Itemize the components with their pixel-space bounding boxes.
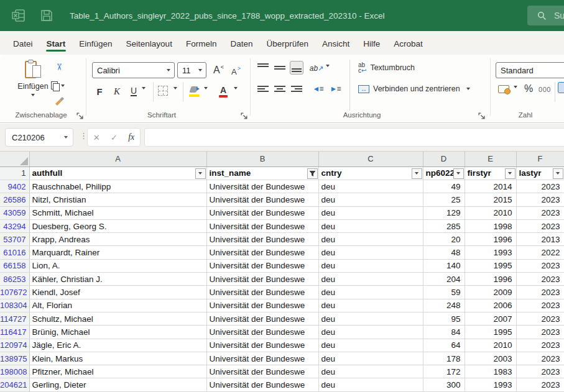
header-cell-cntry[interactable]: cntry [318, 166, 423, 180]
cell-np6022[interactable]: 300 [423, 378, 465, 391]
row-number[interactable]: 43059 [0, 206, 29, 219]
cell-lastyr[interactable]: 2023 [516, 193, 564, 206]
cell-authfull[interactable]: Klein, Markus [29, 352, 206, 365]
insert-function-button[interactable]: fx [128, 132, 134, 142]
row-number[interactable]: 120974 [0, 339, 29, 352]
cell-np6022[interactable]: 178 [423, 352, 465, 365]
cell-inst-name[interactable]: Universität der Bundeswe [206, 180, 318, 193]
header-cell-authfull[interactable]: authfull [29, 166, 206, 180]
cell-np6022[interactable]: 248 [423, 299, 465, 312]
cell-authfull[interactable]: Marquardt, Rainer [29, 246, 206, 259]
increase-decimal-button[interactable] [558, 82, 564, 93]
percent-style-button[interactable]: % [522, 82, 535, 96]
font-dialog-launcher[interactable] [240, 112, 248, 120]
tab-hilfe[interactable]: Hilfe [356, 34, 387, 53]
cell-np6022[interactable]: 49 [423, 180, 465, 193]
cell-lastyr[interactable]: 2023 [516, 259, 564, 272]
cell-lastyr[interactable]: 2023 [516, 312, 564, 325]
font-size-combo[interactable]: 11 [177, 62, 206, 78]
align-top-button[interactable] [256, 61, 270, 75]
cell-inst-name[interactable]: Universität der Bundeswe [206, 352, 318, 365]
cell-lastyr[interactable]: 2023 [516, 378, 564, 391]
column-header-b[interactable]: B [206, 152, 318, 166]
filter-dropdown-np6022[interactable] [453, 168, 464, 179]
cell-firstyr[interactable]: 1996 [465, 273, 516, 286]
cell-lastyr[interactable]: 2023 [516, 286, 564, 299]
cell-authfull[interactable]: Lion, A. [29, 259, 206, 272]
cell-lastyr[interactable]: 2022 [516, 246, 564, 259]
cell-authfull[interactable]: Rauschnabel, Philipp [29, 180, 206, 193]
cell-cntry[interactable]: deu [318, 206, 423, 219]
orientation-button[interactable]: ab↗ [309, 62, 324, 75]
header-cell-lastyr[interactable]: lastyr [516, 166, 564, 180]
cell-lastyr[interactable]: 2023 [516, 273, 564, 286]
column-header-d[interactable]: D [423, 152, 465, 166]
cell-np6022[interactable]: 95 [423, 312, 465, 325]
column-header-f[interactable]: F [516, 152, 564, 166]
cell-cntry[interactable]: deu [318, 259, 423, 272]
borders-button[interactable] [158, 86, 168, 96]
clipboard-dialog-launcher[interactable] [76, 112, 84, 120]
formula-input[interactable] [144, 128, 564, 147]
cell-cntry[interactable]: deu [318, 312, 423, 325]
row-number[interactable]: 107672 [0, 286, 29, 299]
enter-icon[interactable]: ✓ [111, 133, 118, 142]
number-format-combo[interactable]: Standard [496, 62, 564, 78]
cell-inst-name[interactable]: Universität der Bundeswe [206, 378, 318, 391]
cell-lastyr[interactable]: 2023 [516, 180, 564, 193]
cell-authfull[interactable]: Brünig, Michael [29, 326, 206, 339]
font-color-button[interactable]: A [219, 84, 228, 96]
cell-firstyr[interactable]: 1998 [465, 219, 516, 232]
borders-menu-chevron[interactable] [173, 87, 177, 89]
cell-firstyr[interactable]: 2015 [465, 193, 516, 206]
cell-firstyr[interactable]: 1995 [465, 326, 516, 339]
name-box[interactable]: C210206 [5, 128, 73, 147]
cancel-icon[interactable]: ✕ [93, 133, 100, 142]
decrease-font-size-button[interactable]: A˃ [228, 63, 244, 80]
format-painter-button[interactable] [52, 94, 66, 107]
row-number[interactable]: 86253 [0, 273, 29, 286]
cell-firstyr[interactable]: 2009 [465, 286, 516, 299]
increase-font-size-button[interactable]: A˂ [210, 62, 226, 78]
row-number[interactable]: 26586 [0, 193, 29, 206]
cell-np6022[interactable]: 204 [423, 273, 465, 286]
row-number[interactable]: 61016 [0, 246, 29, 259]
cell-inst-name[interactable]: Universität der Bundeswe [206, 246, 318, 259]
filter-dropdown-firstyr[interactable] [505, 168, 515, 179]
cell-inst-name[interactable]: Universität der Bundeswe [206, 273, 318, 286]
cell-lastyr[interactable]: 2023 [516, 365, 564, 378]
cell-inst-name[interactable]: Universität der Bundeswe [206, 193, 318, 206]
cell-np6022[interactable]: 84 [423, 326, 465, 339]
cell-cntry[interactable]: deu [318, 233, 423, 246]
cell-np6022[interactable]: 285 [423, 219, 465, 232]
underline-button[interactable]: U [128, 84, 139, 98]
cell-firstyr[interactable]: 1996 [465, 233, 516, 246]
cell-cntry[interactable]: deu [318, 326, 423, 339]
filter-dropdown-lastyr[interactable] [553, 168, 563, 179]
cell-cntry[interactable]: deu [318, 365, 423, 378]
cell-firstyr[interactable]: 2010 [465, 206, 516, 219]
column-header-e[interactable]: E [465, 152, 516, 166]
bold-button[interactable]: F [93, 84, 106, 98]
cut-button[interactable]: ✂ [52, 61, 66, 73]
cell-np6022[interactable]: 20 [423, 233, 465, 246]
cell-cntry[interactable]: deu [318, 339, 423, 352]
cell-np6022[interactable]: 172 [423, 365, 465, 378]
row-number[interactable]: 43294 [0, 219, 29, 232]
cell-inst-name[interactable]: Universität der Bundeswe [206, 219, 318, 232]
accounting-format-chevron[interactable] [514, 86, 517, 88]
cell-authfull[interactable]: Schmitt, Michael [29, 206, 206, 219]
cell-firstyr[interactable]: 2007 [465, 312, 516, 325]
cell-cntry[interactable]: deu [318, 378, 423, 391]
wrap-text-button[interactable]: abc↩ Textumbruch [358, 61, 415, 75]
save-icon[interactable] [40, 9, 53, 22]
row-number[interactable]: 66158 [0, 259, 29, 272]
filter-dropdown-authfull[interactable] [195, 168, 206, 179]
cell-inst-name[interactable]: Universität der Bundeswe [206, 299, 318, 312]
cell-cntry[interactable]: deu [318, 286, 423, 299]
filter-active-inst-name[interactable] [307, 168, 318, 179]
accounting-format-button[interactable] [497, 83, 511, 94]
cell-np6022[interactable]: 64 [423, 339, 465, 352]
header-cell-inst-name[interactable]: inst_name [206, 166, 318, 180]
row-number[interactable]: 138975 [0, 352, 29, 365]
